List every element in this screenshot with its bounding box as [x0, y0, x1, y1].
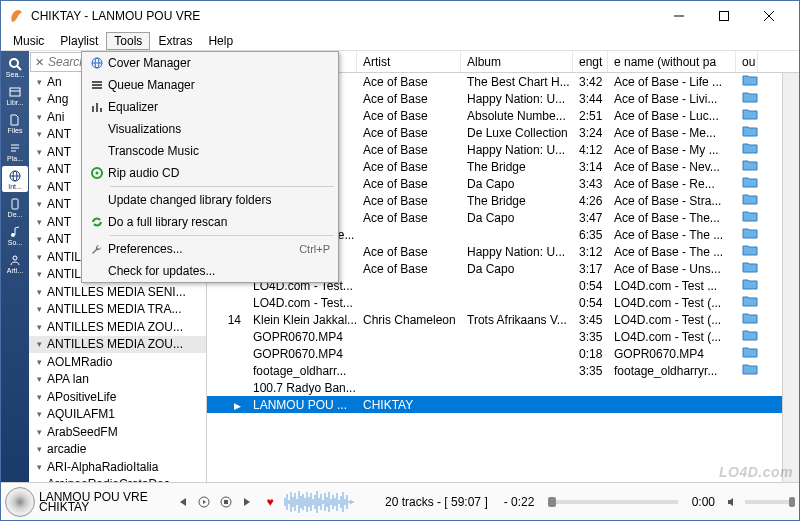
column-header[interactable]: ou: [736, 51, 758, 72]
menu-item[interactable]: Do a full library rescan: [82, 211, 338, 233]
svg-point-13: [13, 256, 17, 260]
window-title: CHIKTAY - LANMOU POU VRE: [31, 9, 656, 23]
menu-playlist[interactable]: Playlist: [52, 32, 106, 50]
menu-tools[interactable]: Tools: [106, 32, 150, 50]
app-window: CHIKTAY - LANMOU POU VRE MusicPlaylistTo…: [0, 0, 800, 521]
menubar: MusicPlaylistToolsExtrasHelp: [1, 31, 799, 51]
svg-point-12: [11, 233, 15, 237]
app-icon: [9, 8, 25, 24]
tree-item[interactable]: ▾ARI-AlphaRadioItalia: [29, 458, 206, 476]
tree-item[interactable]: ▾AQUILAFM1: [29, 406, 206, 424]
tree-item[interactable]: ▾ANTILLES MEDIA ZOU...: [29, 336, 206, 354]
sidebar-tab-search[interactable]: Sea...: [2, 54, 28, 80]
column-header[interactable]: Album: [461, 51, 573, 72]
tree-item[interactable]: ▾APA lan: [29, 371, 206, 389]
track-row[interactable]: ▶LANMOU POU ...CHIKTAY: [207, 396, 782, 413]
sidebar-tab-song[interactable]: So...: [2, 222, 28, 248]
menu-item[interactable]: Cover Manager: [82, 52, 338, 74]
sidebar-tab-devices[interactable]: De...: [2, 194, 28, 220]
svg-rect-92: [92, 87, 102, 89]
status-summary: 20 tracks - [ 59:07 ]: [377, 495, 496, 509]
svg-rect-11: [12, 199, 18, 209]
next-button[interactable]: [239, 493, 257, 511]
column-header[interactable]: e name (without pa: [608, 51, 736, 72]
total-time: 0:00: [688, 495, 719, 509]
stop-button[interactable]: [217, 493, 235, 511]
left-sidebar: Sea...Libr...FilesPla...Int...De...So...…: [1, 51, 29, 482]
track-row[interactable]: LO4D.com - Test...0:54LO4D.com - Test (.…: [207, 294, 782, 311]
prev-button[interactable]: [173, 493, 191, 511]
close-button[interactable]: [746, 2, 791, 30]
tree-item[interactable]: ▾APositiveLife: [29, 388, 206, 406]
tree-item[interactable]: ▾ANTILLES MEDIA ZOU...: [29, 318, 206, 336]
menu-item[interactable]: Check for updates...: [82, 260, 338, 282]
svg-line-2: [17, 66, 21, 70]
seek-bar[interactable]: [548, 500, 677, 504]
track-row[interactable]: 14Klein Klein Jakkal...Chris ChameleonTr…: [207, 311, 782, 328]
svg-rect-90: [92, 81, 102, 83]
statusbar: LANMOU POU VRE CHIKTAY ♥ 20 tracks - [ 5…: [1, 482, 799, 520]
cd-icon: [86, 166, 108, 180]
menu-item[interactable]: Queue Manager: [82, 74, 338, 96]
play-button[interactable]: [195, 493, 213, 511]
equalizer-icon: [86, 100, 108, 114]
wrench-icon: [86, 242, 108, 256]
sidebar-tab-artist[interactable]: Arti...: [2, 250, 28, 276]
svg-rect-3: [10, 88, 20, 96]
svg-rect-16: [224, 500, 228, 504]
menu-item[interactable]: Equalizer: [82, 96, 338, 118]
menu-item[interactable]: Rip audio CD: [82, 162, 338, 184]
globe-icon: [86, 56, 108, 70]
track-row[interactable]: GOPR0670.MP43:35LO4D.com - Test (...: [207, 328, 782, 345]
sidebar-tab-playlists[interactable]: Pla...: [2, 138, 28, 164]
svg-point-97: [96, 172, 99, 175]
volume-icon[interactable]: [723, 493, 741, 511]
window-controls: [656, 2, 791, 30]
svg-rect-91: [92, 84, 102, 86]
refresh-icon: [86, 215, 108, 229]
menu-item[interactable]: Transcode Music: [82, 140, 338, 162]
column-header[interactable]: engt: [573, 51, 608, 72]
menu-music[interactable]: Music: [5, 32, 52, 50]
scrollbar[interactable]: [782, 73, 799, 482]
svg-rect-93: [92, 106, 94, 112]
minimize-button[interactable]: [656, 2, 701, 30]
position-time: - 0:22: [500, 495, 539, 509]
tree-item[interactable]: ▾ArabSeedFM: [29, 423, 206, 441]
watermark: LO4D.com: [719, 464, 793, 480]
tools-menu: Cover ManagerQueue ManagerEqualizerVisua…: [81, 51, 339, 283]
svg-rect-0: [719, 12, 728, 21]
sidebar-tab-files[interactable]: Files: [2, 110, 28, 136]
love-button[interactable]: ♥: [261, 493, 279, 511]
track-row[interactable]: 100.7 Radyo Ban...: [207, 379, 782, 396]
track-row[interactable]: footage_oldharr...3:35footage_oldharryr.…: [207, 362, 782, 379]
tree-item[interactable]: ▾ANTILLES MEDIA TRA...: [29, 301, 206, 319]
waveform: [283, 489, 373, 515]
sidebar-tab-internet[interactable]: Int...: [2, 166, 28, 192]
menu-help[interactable]: Help: [200, 32, 241, 50]
clear-icon[interactable]: ✕: [35, 56, 44, 69]
tree-item[interactable]: ▾arcadie: [29, 441, 206, 459]
menu-item[interactable]: Visualizations: [82, 118, 338, 140]
sidebar-tab-library[interactable]: Libr...: [2, 82, 28, 108]
maximize-button[interactable]: [701, 2, 746, 30]
svg-point-1: [10, 59, 18, 67]
column-header[interactable]: Artist: [357, 51, 461, 72]
volume-slider[interactable]: [745, 500, 795, 504]
album-art-icon: [5, 487, 35, 517]
titlebar: CHIKTAY - LANMOU POU VRE: [1, 1, 799, 31]
tree-item[interactable]: ▾ANTILLES MEDIA SENI...: [29, 283, 206, 301]
queue-icon: [86, 78, 108, 92]
track-row[interactable]: GOPR0670.MP40:18GOPR0670.MP4: [207, 345, 782, 362]
svg-rect-95: [100, 108, 102, 112]
menu-item[interactable]: Update changed library folders: [82, 189, 338, 211]
svg-rect-94: [96, 103, 98, 112]
now-playing: LANMOU POU VRE CHIKTAY: [39, 492, 169, 512]
menu-extras[interactable]: Extras: [150, 32, 200, 50]
menu-item[interactable]: Preferences...Ctrl+P: [82, 238, 338, 260]
tree-item[interactable]: ▾AOLMRadio: [29, 353, 206, 371]
